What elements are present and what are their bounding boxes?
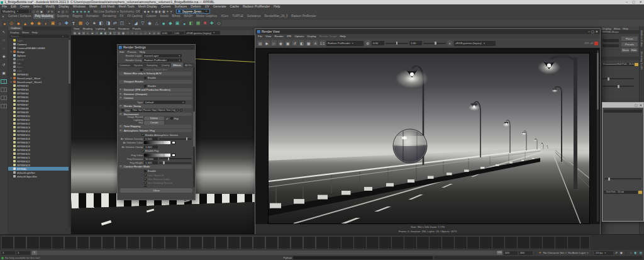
character-set-dropdown[interactable]: No Character Set▼	[543, 251, 567, 254]
render-settings-menu-item[interactable]: Help	[140, 50, 145, 54]
shelf-menu-icon[interactable]: ≡	[1, 14, 5, 18]
ae-section-bar[interactable]	[601, 57, 639, 60]
render-view-canvas[interactable]	[255, 48, 600, 224]
menu-item[interactable]: Windows	[71, 4, 87, 9]
fps-dropdown[interactable]: 24 fps▼	[594, 251, 613, 255]
layout-four-pane-button[interactable]	[1, 88, 7, 92]
shelf-tool-icon[interactable]: ◉	[147, 20, 153, 26]
viewport-menu-item[interactable]: Panels	[133, 27, 141, 30]
render-view-tool-icon[interactable]: ▣	[285, 40, 291, 46]
close-button[interactable]: Close	[120, 188, 192, 193]
contrast-slider[interactable]	[423, 43, 446, 44]
air-volume-density-slider[interactable]	[159, 138, 192, 140]
menu-item[interactable]: File	[0, 4, 9, 9]
camera-motion-blur-checkbox[interactable]	[140, 69, 143, 71]
render-stamp-header[interactable]: ▾Render Stamp	[119, 105, 192, 108]
attribute-editor-menu-item[interactable]: Show	[614, 27, 620, 30]
viewport-toggle-icon[interactable]: □	[95, 31, 99, 35]
viewport-render-header[interactable]: Viewport Render	[119, 80, 192, 84]
menu-item[interactable]: Mesh	[87, 4, 99, 9]
range-end-handle[interactable]: 120	[497, 251, 502, 255]
environment-header[interactable]: ▾Environment	[119, 113, 192, 116]
render-view-menu-item[interactable]: Render Target	[319, 35, 337, 38]
viewport-toggle-icon[interactable]: ◨	[108, 31, 112, 35]
render-settings-menu-item[interactable]: Presets	[127, 50, 136, 54]
stamp-edit-icon[interactable]	[176, 109, 179, 111]
viewport-toggle-icon[interactable]: ◑	[130, 31, 134, 35]
folder-icon[interactable]	[635, 63, 638, 66]
viewport-menu-item[interactable]: Shading	[82, 27, 92, 30]
air-volume-color-gradient[interactable]	[144, 141, 170, 144]
viewport-toggle-icon[interactable]: ◫	[113, 31, 116, 35]
menu-item[interactable]: Edit	[9, 4, 18, 9]
maximize-icon[interactable]: ▢	[635, 103, 638, 107]
ae-slider[interactable]	[602, 78, 634, 79]
render-view-tool-icon[interactable]: A	[313, 40, 318, 46]
viewport-toggle-icon[interactable]: △	[139, 31, 143, 35]
shelf-tab[interactable]: Rendering	[101, 14, 118, 19]
render-view-menu-item[interactable]: File	[258, 35, 262, 38]
shelf-tool-icon[interactable]: ●	[1, 20, 8, 26]
gear-icon[interactable]: ⚙	[365, 40, 370, 46]
shelf-tab[interactable]: Poly Modeling	[33, 14, 55, 19]
shelf-tool-icon[interactable]: ◧	[188, 20, 194, 26]
viewport-toggle-icon[interactable]: ▣	[99, 31, 103, 35]
shelf-tool-icon[interactable]: ✚	[209, 20, 215, 26]
close-icon[interactable]: ✕	[637, 0, 644, 4]
focus-button[interactable]: Focus	[621, 37, 638, 41]
animation-end-field[interactable]: 200	[519, 251, 533, 255]
maximize-icon[interactable]: ▢	[630, 0, 637, 4]
menu-item[interactable]: Surfaces	[173, 4, 189, 9]
stamp-reset-icon[interactable]	[180, 109, 182, 111]
fog-distance-slider[interactable]	[159, 158, 192, 159]
viewport-toggle-icon[interactable]: ▥	[117, 31, 121, 35]
maximize-icon[interactable]: ▢	[591, 30, 594, 33]
shelf-tab[interactable]: Sculpting	[55, 14, 70, 19]
tool-icon[interactable]: ✚	[1, 54, 7, 59]
anim-layer-dropdown[interactable]: No Anim Layer▼	[568, 251, 589, 254]
tool-icon[interactable]: ◌	[1, 45, 7, 51]
viewport-menu-item[interactable]: Renderer	[118, 27, 130, 30]
outliner-menu-item[interactable]: Show	[22, 31, 29, 34]
viewport-toggle-icon[interactable]: ⇄	[157, 31, 160, 35]
menu-item[interactable]: Curves	[159, 4, 173, 9]
ae-slider[interactable]	[602, 86, 634, 87]
render-view-tool-icon[interactable]: ▶	[264, 40, 270, 46]
shelf-tab[interactable]: FX Caching	[125, 14, 144, 19]
enable-fog-checkbox[interactable]: ✓	[142, 150, 144, 152]
menu-item[interactable]: Generate	[211, 4, 228, 9]
shelf-tab[interactable]: XGen	[219, 14, 230, 19]
float-field[interactable]	[604, 110, 642, 113]
folder-icon[interactable]	[638, 191, 642, 194]
minimize-icon[interactable]: ‒	[588, 30, 590, 33]
attribute-editor-menu-item[interactable]: Display	[602, 27, 611, 30]
render-stamp-use-checkbox[interactable]	[121, 109, 124, 111]
menu-item[interactable]: Create	[18, 4, 31, 9]
render-view-tool-icon[interactable]: ▤	[257, 40, 263, 46]
workspace-dropdown[interactable]: Задняя Демо... ▼	[176, 9, 210, 14]
menu-item[interactable]: Radeon ProRender	[241, 4, 272, 9]
motion-blur-enable-checkbox[interactable]	[144, 77, 147, 79]
tone-mapping-header[interactable]: ▸Tone Mapping	[119, 125, 192, 128]
render-layer-dropdown[interactable]: masterLayer▼	[143, 54, 182, 58]
shelf-tool-icon[interactable]: ▲	[22, 20, 28, 26]
menu-set-dropdown[interactable]: Modeling▼	[1, 9, 29, 13]
outliner-menu-item[interactable]: Help	[32, 31, 38, 34]
menu-item[interactable]: Cache	[228, 4, 241, 9]
preferences-icon[interactable]: ◧	[634, 251, 638, 255]
render-view-tool-icon[interactable]: ◧	[299, 40, 304, 46]
shelf-tool-icon[interactable]: ▦	[77, 20, 84, 26]
viewport-gamma-field[interactable]: 1.00	[173, 31, 184, 35]
slider-handle[interactable]	[608, 77, 609, 81]
shelf-tool-icon[interactable]: ◆	[29, 20, 35, 26]
shelf-tool-icon[interactable]: ◎	[8, 20, 14, 26]
render-view-tool-icon[interactable]: ▩	[306, 40, 311, 46]
render-tool-icon[interactable]: ≡	[169, 9, 173, 13]
undo-redo-icon[interactable]: ↻	[50, 9, 54, 13]
menu-item[interactable]: Help	[272, 4, 282, 9]
shelf-tool-icon[interactable]: ◐	[43, 20, 49, 26]
float-path-field[interactable]: ...Soft Path - 26.hdr	[604, 191, 638, 194]
shelf-tool-icon[interactable]: ★	[91, 20, 97, 26]
shelf-tool-icon[interactable]: ✖	[202, 20, 208, 26]
shelf-tool-icon[interactable]: T	[70, 20, 77, 26]
